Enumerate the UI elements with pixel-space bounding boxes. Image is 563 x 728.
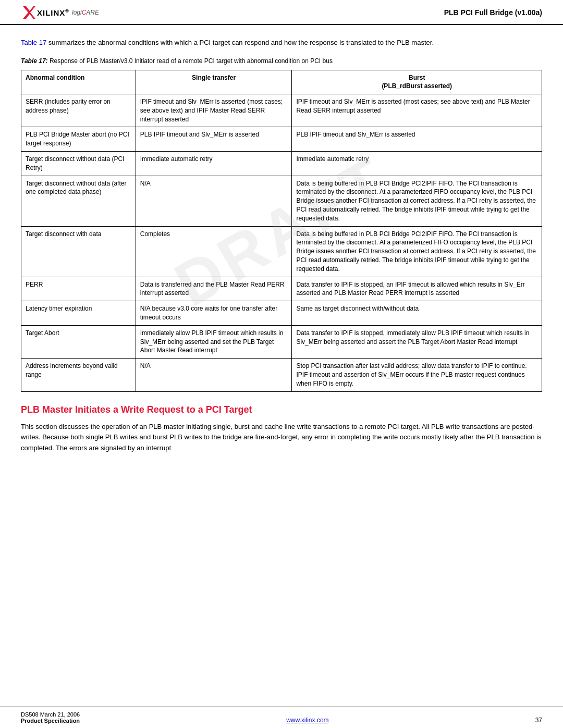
cell-single: Data is transferred and the PLB Master R… xyxy=(136,277,292,301)
caption-text: Response of PLB Master/v3.0 Initiator re… xyxy=(50,57,333,65)
section-heading: PLB Master Initiates a Write Request to … xyxy=(21,404,542,415)
cell-burst: IPIF timeout and Slv_MErr is asserted (m… xyxy=(292,94,542,127)
table-row: PLB PCI Bridge Master abort (no PCI targ… xyxy=(21,127,542,152)
abnormal-conditions-table: Abnormal condition Single transfer Burst… xyxy=(21,70,542,392)
page-header: XILINX® logiCARE PLB PCI Full Bridge (v1… xyxy=(0,0,563,25)
cell-single: Completes xyxy=(136,226,292,277)
logicore-label: logiCARE xyxy=(72,9,99,16)
cell-burst: PLB IPIF timeout and Slv_MErr is asserte… xyxy=(292,127,542,152)
footer-right: 37 xyxy=(535,717,542,724)
product-spec: Product Specification xyxy=(21,718,80,724)
table-row: SERR (includes parity error on address p… xyxy=(21,94,542,127)
cell-burst: Data transfer to IPIF is stopped, an IPI… xyxy=(292,277,542,301)
xilinx-text: XILINX® xyxy=(37,8,69,17)
intro-text-after: summarizes the abnormal conditions with … xyxy=(46,39,434,46)
col-header-single: Single transfer xyxy=(136,70,292,94)
col-header-burst: Burst(PLB_rdBurst asserted) xyxy=(292,70,542,94)
table-row: Address increments beyond valid rangeN/A… xyxy=(21,359,542,391)
table-row: PERRData is transferred and the PLB Mast… xyxy=(21,277,542,301)
burst-subheader: (PLB_rdBurst asserted) xyxy=(382,82,452,90)
table-row: Target disconnect without data (PCI Retr… xyxy=(21,152,542,176)
main-content: Table 17 summarizes the abnormal conditi… xyxy=(0,25,563,466)
table-row: Target disconnect without data (after on… xyxy=(21,176,542,226)
cell-single: Immediate automatic retry xyxy=(136,152,292,176)
doc-id: DS508 March 21, 2006 xyxy=(21,711,80,718)
table-17-link[interactable]: Table 17 xyxy=(21,39,46,46)
cell-burst: Immediate automatic retry xyxy=(292,152,542,176)
xilinx-logo: XILINX® logiCARE xyxy=(21,5,99,20)
section-body: This section discusses the operation of … xyxy=(21,422,542,454)
xilinx-x-logo-icon xyxy=(21,5,35,20)
cell-single: PLB IPIF timeout and Slv_MErr is asserte… xyxy=(136,127,292,152)
table-row: Target disconnect with dataCompletesData… xyxy=(21,226,542,277)
table-row: Target AbortImmediately allow PLB IPIF t… xyxy=(21,325,542,358)
cell-abnormal: Target Abort xyxy=(21,325,136,358)
cell-single: N/A xyxy=(136,176,292,226)
header-title: PLB PCI Full Bridge (v1.00a) xyxy=(444,8,542,17)
caption-number: 17: xyxy=(39,57,47,65)
footer-left: DS508 March 21, 2006 Product Specificati… xyxy=(21,711,80,724)
intro-paragraph: Table 17 summarizes the abnormal conditi… xyxy=(21,38,542,48)
cell-burst: Same as target disconnect with/without d… xyxy=(292,301,542,326)
cell-abnormal: PERR xyxy=(21,277,136,301)
cell-abnormal: PLB PCI Bridge Master abort (no PCI targ… xyxy=(21,127,136,152)
cell-single: Immediately allow PLB IPIF timeout which… xyxy=(136,325,292,358)
cell-single: N/A xyxy=(136,359,292,391)
footer-center: www.xilinx.com xyxy=(286,716,328,724)
cell-burst: Data is being buffered in PLB PCI Bridge… xyxy=(292,176,542,226)
cell-single: N/A because v3.0 core waits for one tran… xyxy=(136,301,292,326)
cell-abnormal: Latency timer expiration xyxy=(21,301,136,326)
cell-burst: Data is being buffered in PLB PCI Bridge… xyxy=(292,226,542,277)
cell-abnormal: SERR (includes parity error on address p… xyxy=(21,94,136,127)
caption-label: Table xyxy=(21,57,37,65)
table-header-row: Abnormal condition Single transfer Burst… xyxy=(21,70,542,94)
cell-burst: Data transfer to IPIF is stopped, immedi… xyxy=(292,325,542,358)
page-footer: DS508 March 21, 2006 Product Specificati… xyxy=(0,707,563,728)
cell-abnormal: Address increments beyond valid range xyxy=(21,359,136,391)
col-header-abnormal: Abnormal condition xyxy=(21,70,136,94)
table-row: Latency timer expirationN/A because v3.0… xyxy=(21,301,542,326)
cell-single: IPIF timeout and Slv_MErr is asserted (m… xyxy=(136,94,292,127)
cell-abnormal: Target disconnect with data xyxy=(21,226,136,277)
website-link[interactable]: www.xilinx.com xyxy=(286,717,328,724)
table-caption: Table 17: Response of PLB Master/v3.0 In… xyxy=(21,56,542,66)
cell-burst: Stop PCI transaction after last valid ad… xyxy=(292,359,542,391)
cell-abnormal: Target disconnect without data (PCI Retr… xyxy=(21,152,136,176)
svg-marker-0 xyxy=(23,6,35,19)
logo-area: XILINX® logiCARE xyxy=(21,5,99,20)
cell-abnormal: Target disconnect without data (after on… xyxy=(21,176,136,226)
table-container: DRAFT Abnormal condition Single transfer… xyxy=(21,70,542,392)
